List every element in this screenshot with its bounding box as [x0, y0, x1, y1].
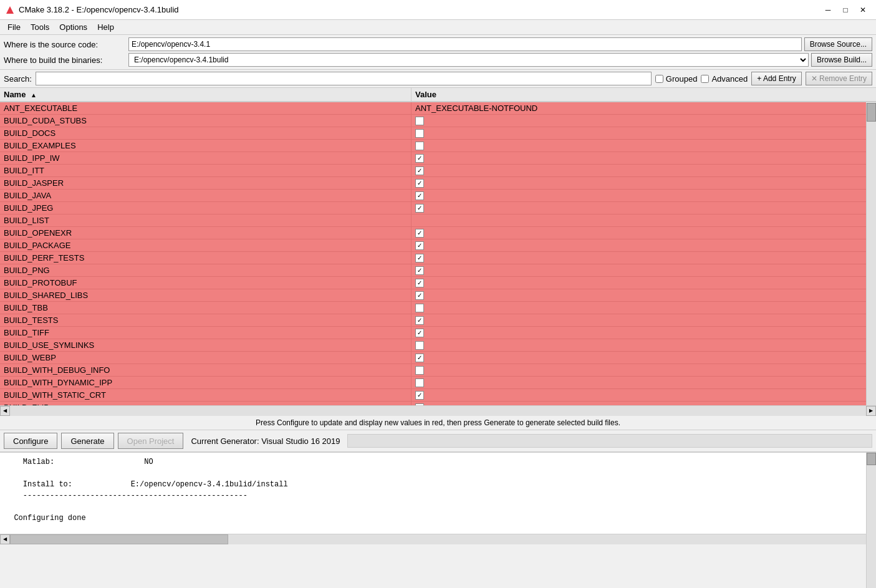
col-value-header: Value: [412, 88, 876, 101]
menu-bar: File Tools Options Help: [0, 20, 876, 35]
hscroll-right-arrow[interactable]: ▶: [866, 406, 876, 416]
remove-entry-button[interactable]: ✕ Remove Entry: [806, 72, 872, 85]
cell-name: BUILD_OPENEXR: [0, 227, 412, 239]
log-scrollbar-thumb[interactable]: [867, 453, 876, 465]
table-row[interactable]: BUILD_JPEG✓: [0, 202, 866, 214]
table-rows-container: ANT_EXECUTABLEANT_EXECUTABLE-NOTFOUNDBUI…: [0, 102, 876, 406]
row-checkbox[interactable]: ✓: [415, 316, 424, 325]
table-row[interactable]: BUILD_WEBP✓: [0, 352, 866, 364]
cell-value: ✓: [412, 289, 866, 301]
log-hscroll-thumb[interactable]: [10, 534, 228, 544]
row-checkbox[interactable]: ✓: [415, 179, 424, 188]
table-row[interactable]: BUILD_PROTOBUF✓: [0, 277, 866, 289]
row-checkbox[interactable]: [415, 378, 424, 387]
minimize-button[interactable]: ─: [820, 3, 836, 17]
log-vscrollbar[interactable]: [866, 453, 876, 588]
grouped-label: Grouped: [666, 74, 698, 84]
table-row[interactable]: BUILD_ZLIB✓: [0, 402, 866, 406]
cell-name: BUILD_ITT: [0, 165, 412, 176]
table-row[interactable]: BUILD_ITT✓: [0, 165, 866, 177]
table-row[interactable]: BUILD_EXAMPLES: [0, 140, 866, 152]
row-checkbox[interactable]: ✓: [415, 166, 424, 175]
table-row[interactable]: BUILD_TIFF✓: [0, 327, 866, 339]
hscroll-bar[interactable]: ◀ ▶: [0, 406, 876, 416]
log-hscrollbar[interactable]: ◀ ▶: [0, 534, 876, 544]
status-bar: Press Configure to update and display ne…: [0, 416, 876, 430]
cell-name: BUILD_EXAMPLES: [0, 140, 412, 152]
table-row[interactable]: BUILD_PERF_TESTS✓: [0, 252, 866, 264]
menu-file[interactable]: File: [2, 21, 26, 33]
row-checkbox[interactable]: ✓: [415, 154, 424, 163]
cell-name: BUILD_LIST: [0, 214, 412, 226]
table-row[interactable]: BUILD_WITH_DYNAMIC_IPP: [0, 377, 866, 389]
table-row[interactable]: BUILD_LIST: [0, 214, 866, 227]
row-checkbox[interactable]: ✓: [415, 391, 424, 400]
hscroll-track[interactable]: [10, 406, 866, 416]
table-row[interactable]: BUILD_USE_SYMLINKS: [0, 339, 866, 352]
row-checkbox[interactable]: ✓: [415, 191, 424, 200]
row-checkbox[interactable]: ✓: [415, 229, 424, 238]
table-vscrollbar-thumb[interactable]: [867, 103, 876, 122]
row-checkbox[interactable]: [415, 341, 424, 350]
table-row[interactable]: BUILD_DOCS: [0, 127, 866, 140]
row-checkbox[interactable]: ✓: [415, 403, 424, 407]
table-row[interactable]: ANT_EXECUTABLEANT_EXECUTABLE-NOTFOUND: [0, 102, 866, 115]
row-checkbox[interactable]: ✓: [415, 329, 424, 337]
build-label: Where to build the binaries:: [4, 55, 128, 65]
table-row[interactable]: BUILD_CUDA_STUBS: [0, 115, 866, 127]
open-project-button[interactable]: Open Project: [118, 433, 184, 449]
table-row[interactable]: BUILD_PACKAGE✓: [0, 239, 866, 252]
generate-button[interactable]: Generate: [61, 433, 113, 449]
menu-options[interactable]: Options: [54, 21, 92, 33]
cell-name: BUILD_JASPER: [0, 177, 412, 189]
menu-help[interactable]: Help: [92, 21, 119, 33]
log-hscroll-left[interactable]: ◀: [0, 534, 10, 544]
table-vscrollbar[interactable]: [866, 103, 876, 405]
add-entry-button[interactable]: + Add Entry: [751, 72, 801, 85]
table-row[interactable]: BUILD_TESTS✓: [0, 314, 866, 327]
build-select[interactable]: E:/opencv/opencv-3.4.1bulid: [128, 53, 809, 67]
close-button[interactable]: ✕: [855, 3, 871, 17]
table-row[interactable]: BUILD_WITH_DEBUG_INFO: [0, 364, 866, 377]
cell-name: BUILD_TIFF: [0, 327, 412, 339]
table-row[interactable]: BUILD_WITH_STATIC_CRT✓: [0, 389, 866, 402]
main-content: Name ▲ Value ANT_EXECUTABLEANT_EXECUTABL…: [0, 88, 876, 588]
row-checkbox[interactable]: ✓: [415, 291, 424, 300]
row-checkbox[interactable]: [415, 117, 424, 125]
row-checkbox[interactable]: ✓: [415, 241, 424, 250]
menu-tools[interactable]: Tools: [26, 21, 54, 33]
cell-value: ✓: [412, 239, 866, 251]
generator-label: Current Generator: Visual Studio 16 2019: [191, 436, 340, 446]
table-row[interactable]: BUILD_JASPER✓: [0, 177, 866, 190]
log-area[interactable]: Matlab: NO Install to: E:/opencv/opencv-…: [0, 453, 876, 534]
row-checkbox[interactable]: ✓: [415, 204, 424, 213]
table-row[interactable]: BUILD_JAVA✓: [0, 190, 866, 202]
advanced-checkbox[interactable]: [701, 75, 709, 83]
table-row[interactable]: BUILD_IPP_IW✓: [0, 152, 866, 165]
source-input[interactable]: [128, 37, 802, 51]
table-row[interactable]: BUILD_SHARED_LIBS✓: [0, 289, 866, 302]
row-checkbox[interactable]: ✓: [415, 279, 424, 287]
browse-source-button[interactable]: Browse Source...: [804, 37, 872, 51]
row-checkbox[interactable]: [415, 129, 424, 138]
hscroll-left-arrow[interactable]: ◀: [0, 406, 10, 416]
row-text-value: ANT_EXECUTABLE-NOTFOUND: [415, 104, 537, 113]
row-checkbox[interactable]: [415, 142, 424, 150]
maximize-button[interactable]: □: [837, 3, 854, 17]
table-row[interactable]: BUILD_PNG✓: [0, 264, 866, 277]
svg-marker-0: [6, 6, 14, 14]
row-checkbox[interactable]: ✓: [415, 354, 424, 362]
row-checkbox[interactable]: ✓: [415, 254, 424, 263]
row-checkbox[interactable]: [415, 366, 424, 375]
title-text: CMake 3.18.2 - E:/opencv/opencv-3.4.1bul…: [19, 5, 179, 14]
table-wrapper: Name ▲ Value ANT_EXECUTABLEANT_EXECUTABL…: [0, 88, 876, 406]
configure-button[interactable]: Configure: [4, 433, 57, 449]
search-input[interactable]: [36, 72, 652, 85]
table-row[interactable]: BUILD_OPENEXR✓: [0, 227, 866, 239]
browse-build-button[interactable]: Browse Build...: [811, 53, 872, 67]
table-row[interactable]: BUILD_TBB: [0, 302, 866, 314]
grouped-checkbox[interactable]: [655, 75, 663, 83]
row-checkbox[interactable]: [415, 304, 424, 312]
row-checkbox[interactable]: ✓: [415, 266, 424, 275]
cell-value: ✓: [412, 277, 866, 289]
